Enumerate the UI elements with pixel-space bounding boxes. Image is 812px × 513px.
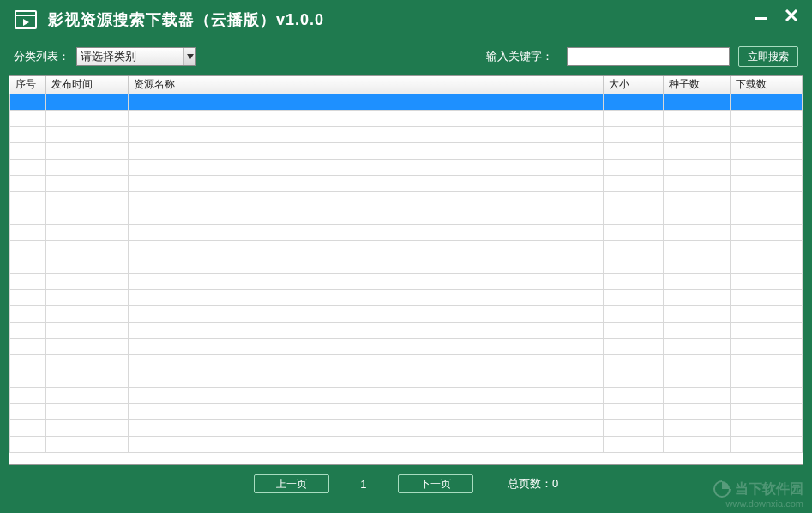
table-row[interactable] xyxy=(10,322,803,338)
keyword-input[interactable] xyxy=(567,47,730,66)
search-button[interactable]: 立即搜索 xyxy=(738,46,798,67)
titlebar: 影视资源搜索下载器（云播版）v1.0.0 xyxy=(0,0,812,39)
table-row[interactable] xyxy=(10,191,803,208)
category-selected-text: 请选择类别 xyxy=(81,49,136,64)
table-row[interactable] xyxy=(10,208,803,224)
table-header-row: 序号 发布时间 资源名称 大小 种子数 下载数 xyxy=(10,76,803,94)
table-row[interactable] xyxy=(10,224,803,240)
total-pages-value: 0 xyxy=(552,477,558,490)
col-name[interactable]: 资源名称 xyxy=(129,76,604,94)
table-row[interactable] xyxy=(10,159,803,175)
table-row[interactable] xyxy=(10,436,803,452)
total-pages: 总页数：0 xyxy=(508,476,558,492)
svg-rect-1 xyxy=(16,12,35,15)
table-row[interactable] xyxy=(10,175,803,191)
col-downloads[interactable]: 下载数 xyxy=(731,76,803,94)
results-table: 序号 发布时间 资源名称 大小 种子数 下载数 xyxy=(9,75,803,465)
table-row[interactable] xyxy=(10,256,803,273)
svg-rect-4 xyxy=(755,17,767,20)
svg-marker-5 xyxy=(187,54,194,59)
table-row[interactable] xyxy=(10,305,803,322)
app-title: 影视资源搜索下载器（云播版）v1.0.0 xyxy=(48,9,324,30)
app-icon xyxy=(14,8,38,32)
col-size[interactable]: 大小 xyxy=(604,76,664,94)
minimize-button[interactable] xyxy=(752,7,769,24)
table-row[interactable] xyxy=(10,240,803,256)
close-button[interactable] xyxy=(783,7,800,24)
table-row[interactable] xyxy=(10,142,803,159)
search-bar: 分类列表： 请选择类别 输入关键字： 立即搜索 xyxy=(0,39,812,74)
col-seeds[interactable]: 种子数 xyxy=(664,76,731,94)
prev-page-button[interactable]: 上一页 xyxy=(254,474,329,493)
table-row[interactable] xyxy=(10,419,803,436)
table-row[interactable] xyxy=(10,273,803,289)
chevron-down-icon xyxy=(183,48,195,65)
col-time[interactable]: 发布时间 xyxy=(46,76,129,94)
keyword-label: 输入关键字： xyxy=(486,49,553,64)
next-page-button[interactable]: 下一页 xyxy=(398,474,473,493)
pager: 上一页 1 下一页 总页数：0 xyxy=(0,465,812,503)
table-row[interactable] xyxy=(10,338,803,354)
col-seq[interactable]: 序号 xyxy=(10,76,46,94)
table-row[interactable] xyxy=(10,354,803,371)
table-row[interactable] xyxy=(10,94,803,110)
table-row[interactable] xyxy=(10,126,803,142)
table-row[interactable] xyxy=(10,289,803,305)
window-controls xyxy=(752,7,800,24)
table-row[interactable] xyxy=(10,403,803,419)
total-pages-label: 总页数： xyxy=(508,477,552,490)
category-label: 分类列表： xyxy=(14,49,69,64)
current-page: 1 xyxy=(355,478,372,491)
table-row[interactable] xyxy=(10,110,803,126)
category-select[interactable]: 请选择类别 xyxy=(76,47,196,66)
table-row[interactable] xyxy=(10,371,803,387)
table-row[interactable] xyxy=(10,387,803,403)
